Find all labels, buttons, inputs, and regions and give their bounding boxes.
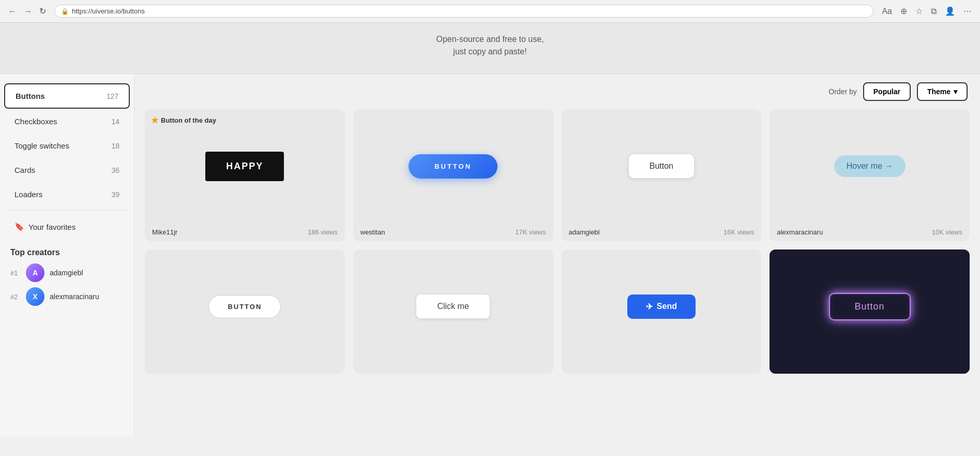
url-text: https://uiverse.io/buttons: [72, 7, 145, 15]
sidebar-item-toggle-switches[interactable]: Toggle switches 18: [4, 134, 130, 157]
neon-button[interactable]: Button: [829, 293, 911, 320]
creator-name-1: adamgiebl: [50, 269, 83, 277]
sidebar-favorites-label: Your favorites: [28, 223, 76, 231]
card-views-2: 17K views: [515, 228, 546, 236]
sidebar-count-loaders: 39: [111, 190, 119, 199]
order-bar: Order by Popular Theme ▾: [145, 82, 970, 101]
card-1: ★ Button of the day HAPPY Mike11jr 186 v…: [145, 109, 345, 241]
more-button[interactable]: ⋯: [961, 4, 974, 18]
chevron-down-icon: ▾: [954, 87, 957, 96]
button-of-the-day-badge: ★ Button of the day: [151, 115, 216, 125]
badge-label: Button of the day: [161, 116, 216, 124]
lock-icon: 🔒: [61, 8, 69, 15]
sidebar-label-loaders: Loaders: [14, 190, 42, 199]
card-preview-4: Hover me →: [770, 109, 970, 223]
favorites-button[interactable]: ☆: [913, 4, 925, 18]
card-views-4: 10K views: [932, 228, 962, 236]
theme-label: Theme: [927, 87, 951, 96]
creator-rank-2: #2: [10, 293, 21, 301]
card-footer-1: Mike11jr 186 views: [145, 223, 345, 241]
card-author-1: Mike11jr: [152, 228, 177, 236]
card-preview-7: ✈ Send: [562, 249, 762, 363]
creator-rank-1: #1: [10, 269, 21, 277]
sidebar-label-buttons: Buttons: [16, 92, 45, 100]
bookmark-icon: 🔖: [14, 222, 24, 231]
sidebar-item-cards[interactable]: Cards 36: [4, 158, 130, 182]
sidebar-item-checkboxes[interactable]: Checkboxes 14: [4, 110, 130, 133]
sidebar-count-checkboxes: 14: [111, 117, 119, 126]
card-views-1: 186 views: [308, 228, 338, 236]
card-footer-8: [770, 363, 970, 374]
sidebar-divider: [8, 210, 126, 211]
card-preview-2: BUTTON: [353, 109, 553, 223]
extensions-button[interactable]: ⊕: [898, 4, 909, 18]
theme-button[interactable]: Theme ▾: [917, 82, 968, 101]
creator-item-1[interactable]: #1 A adamgiebl: [10, 263, 124, 282]
send-icon: ✈: [646, 302, 653, 312]
hero-subtitle: Open-source and free to use,: [0, 33, 980, 46]
back-button[interactable]: ←: [6, 5, 19, 18]
happy-button[interactable]: HAPPY: [205, 152, 284, 181]
card-7: ✈ Send: [562, 249, 762, 374]
creator-name-2: alexmaracinaru: [50, 292, 99, 301]
top-creators-section: Top creators #1 A adamgiebl #2 X alexmar…: [0, 240, 134, 319]
button-outline[interactable]: BUTTON: [208, 295, 281, 318]
creator-avatar-2: X: [26, 287, 44, 306]
gallery-area: Order by Popular Theme ▾ ★ Button of the…: [134, 74, 980, 436]
profile-button[interactable]: 👤: [943, 4, 957, 18]
top-creators-heading: Top creators: [10, 248, 124, 257]
card-footer-7: [562, 363, 762, 374]
card-8: Button: [770, 249, 970, 374]
forward-button[interactable]: →: [22, 5, 34, 18]
popular-button[interactable]: Popular: [863, 82, 911, 101]
sidebar-count-buttons: 127: [107, 92, 118, 100]
sidebar-item-buttons[interactable]: Buttons 127: [4, 83, 130, 109]
card-author-3: adamgiebl: [569, 228, 600, 236]
card-author-2: westitan: [360, 228, 385, 236]
send-label: Send: [657, 302, 677, 311]
card-preview-6: Click me: [353, 249, 553, 363]
hover-me-button[interactable]: Hover me →: [834, 155, 906, 177]
main-content: Buttons 127 Checkboxes 14 Toggle switche…: [0, 74, 980, 436]
avatar-initials-1: A: [33, 269, 38, 277]
card-footer-6: [353, 363, 553, 374]
sidebar-label-cards: Cards: [14, 166, 35, 174]
hero-section: Open-source and free to use, just copy a…: [0, 23, 980, 74]
reader-mode-button[interactable]: Aa: [880, 5, 894, 18]
hero-subtitle2: just copy and paste!: [0, 46, 980, 58]
card-5: BUTTON: [145, 249, 345, 374]
cards-grid: ★ Button of the day HAPPY Mike11jr 186 v…: [145, 109, 970, 374]
button-blue-pill[interactable]: BUTTON: [409, 154, 497, 179]
browser-actions: Aa ⊕ ☆ ⧉ 👤 ⋯: [880, 4, 974, 18]
sidebar-label-checkboxes: Checkboxes: [14, 117, 57, 126]
browser-navigation: ← → ↻: [6, 4, 48, 18]
click-me-button[interactable]: Click me: [416, 294, 490, 319]
sidebar-count-cards: 36: [111, 166, 119, 174]
card-3: Button adamgiebl 16K views: [562, 109, 762, 241]
creator-item-2[interactable]: #2 X alexmaracinaru: [10, 287, 124, 306]
card-preview-8: Button: [770, 249, 970, 363]
address-bar[interactable]: 🔒 https://uiverse.io/buttons: [54, 5, 873, 18]
avatar-initials-2: X: [33, 292, 37, 301]
card-views-3: 16K views: [723, 228, 754, 236]
page-wrapper: Open-source and free to use, just copy a…: [0, 23, 980, 456]
card-preview-5: BUTTON: [145, 249, 345, 363]
card-2: BUTTON westitan 17K views: [353, 109, 553, 241]
button-plain[interactable]: Button: [629, 154, 694, 178]
sidebar-count-toggles: 18: [111, 142, 119, 150]
sidebar-item-loaders[interactable]: Loaders 39: [4, 183, 130, 206]
card-footer-4: alexmaracinaru 10K views: [770, 223, 970, 241]
order-by-label: Order by: [828, 87, 856, 96]
card-author-4: alexmaracinaru: [777, 228, 823, 236]
collections-button[interactable]: ⧉: [929, 5, 939, 18]
card-footer-3: adamgiebl 16K views: [562, 223, 762, 241]
card-4: Hover me → alexmaracinaru 10K views: [770, 109, 970, 241]
sidebar-label-toggles: Toggle switches: [14, 141, 69, 150]
browser-chrome: ← → ↻ 🔒 https://uiverse.io/buttons Aa ⊕ …: [0, 0, 980, 23]
sidebar-item-favorites[interactable]: 🔖 Your favorites: [4, 215, 130, 239]
send-button[interactable]: ✈ Send: [627, 295, 696, 319]
card-footer-2: westitan 17K views: [353, 223, 553, 241]
card-preview-1: ★ Button of the day HAPPY: [145, 109, 345, 223]
creator-avatar-1: A: [26, 263, 44, 282]
reload-button[interactable]: ↻: [37, 4, 48, 18]
